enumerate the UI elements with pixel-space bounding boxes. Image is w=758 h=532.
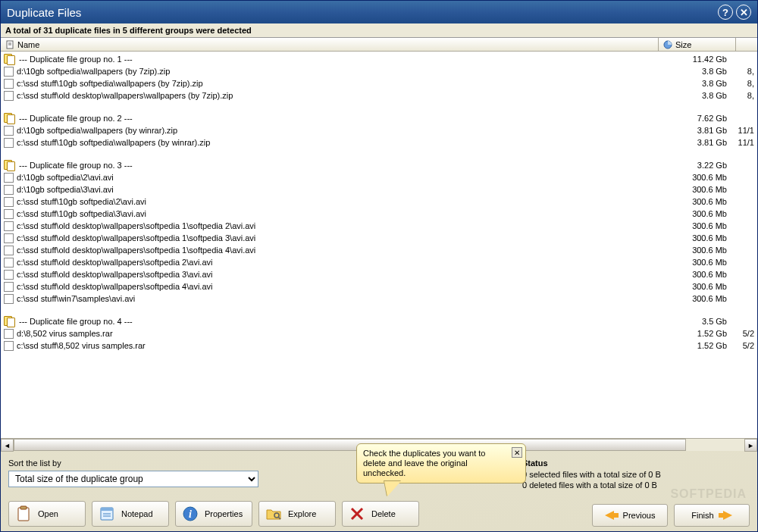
scroll-left-button[interactable]: ◄ xyxy=(1,439,14,452)
explore-button[interactable]: Explore xyxy=(258,501,336,527)
notepad-label: Notepad xyxy=(121,509,153,518)
nav-button-row: Previous Finish xyxy=(592,504,750,527)
file-row[interactable]: c:\ssd stuff\10gb softpedia\2\avi.avi300… xyxy=(1,196,757,208)
file-checkbox[interactable] xyxy=(4,341,14,351)
file-checkbox[interactable] xyxy=(4,294,14,304)
file-size: 300.6 Mb xyxy=(657,294,733,303)
file-row[interactable]: c:\ssd stuff\old desktop\wallpapers\soft… xyxy=(1,244,757,256)
svg-rect-7 xyxy=(101,508,113,511)
scroll-thumb[interactable] xyxy=(14,439,686,451)
file-extra: 8, xyxy=(733,67,754,76)
file-checkbox[interactable] xyxy=(4,221,14,231)
file-row[interactable]: c:\ssd stuff\old desktop\wallpapers\soft… xyxy=(1,280,757,293)
duplicate-group-icon xyxy=(4,113,16,124)
file-row[interactable]: c:\ssd stuff\8,502 virus samples.rar1.52… xyxy=(1,340,757,352)
group-row[interactable]: --- Duplicate file group no. 2 ---7.62 G… xyxy=(1,112,757,124)
sort-block: Sort the list by Total size of the dupli… xyxy=(8,458,266,487)
tooltip-close-button[interactable]: ✕ xyxy=(512,447,522,458)
file-row[interactable]: d:\10gb softpedia\wallpapers (by winrar)… xyxy=(1,124,757,136)
arrow-left-icon xyxy=(605,511,619,520)
file-checkbox[interactable] xyxy=(4,91,14,101)
file-size: 3.8 Gb xyxy=(657,91,733,100)
scroll-right-button[interactable]: ► xyxy=(744,439,757,452)
column-name-label: Name xyxy=(17,40,39,49)
file-checkbox[interactable] xyxy=(4,197,14,207)
pie-icon xyxy=(663,40,672,49)
file-checkbox[interactable] xyxy=(4,233,14,243)
file-path: d:\10gb softpedia\3\avi.avi xyxy=(17,185,657,194)
file-row[interactable]: d:\10gb softpedia\2\avi.avi300.6 Mb xyxy=(1,171,757,183)
file-checkbox[interactable] xyxy=(4,270,14,280)
file-row[interactable]: d:\10gb softpedia\3\avi.avi300.6 Mb xyxy=(1,183,757,196)
file-row[interactable]: d:\10gb softpedia\wallpapers (by 7zip).z… xyxy=(1,65,757,77)
file-extra: 11/1 xyxy=(733,126,754,135)
file-size: 300.6 Mb xyxy=(657,246,733,255)
delete-button[interactable]: Delete xyxy=(342,501,419,527)
column-size[interactable]: Size xyxy=(659,38,736,51)
file-row[interactable]: c:\ssd stuff\old desktop\wallpapers\wall… xyxy=(1,89,757,102)
file-row[interactable]: c:\ssd stuff\win7\samples\avi.avi300.6 M… xyxy=(1,293,757,305)
file-extra: 8, xyxy=(733,91,754,100)
delete-icon xyxy=(349,505,365,522)
file-row[interactable]: c:\ssd stuff\10gb softpedia\wallpapers (… xyxy=(1,136,757,149)
file-row[interactable]: c:\ssd stuff\old desktop\wallpapers\soft… xyxy=(1,268,757,280)
file-extra: 5/2 xyxy=(733,341,754,350)
status-line-selected: 0 selected files with a total size of 0 … xyxy=(522,469,750,480)
finish-button[interactable]: Finish xyxy=(674,504,750,527)
previous-button[interactable]: Previous xyxy=(592,504,668,527)
sort-select[interactable]: Total size of the duplicate group xyxy=(8,471,258,487)
file-size: 300.6 Mb xyxy=(657,173,733,182)
file-row[interactable]: c:\ssd stuff\old desktop\wallpapers\soft… xyxy=(1,232,757,244)
close-button[interactable]: ✕ xyxy=(736,5,751,20)
help-button[interactable]: ? xyxy=(718,5,733,20)
file-size: 11.42 Gb xyxy=(657,55,733,64)
properties-button[interactable]: i Properties xyxy=(175,501,252,527)
file-checkbox[interactable] xyxy=(4,258,14,268)
notepad-button[interactable]: Notepad xyxy=(92,501,169,527)
duplicate-group-icon xyxy=(4,160,16,171)
notepad-icon xyxy=(99,505,115,522)
column-extra[interactable] xyxy=(736,38,757,51)
finish-label: Finish xyxy=(691,511,713,520)
group-row[interactable]: --- Duplicate file group no. 1 ---11.42 … xyxy=(1,53,757,65)
file-checkbox[interactable] xyxy=(4,185,14,195)
file-checkbox[interactable] xyxy=(4,209,14,219)
file-checkbox[interactable] xyxy=(4,173,14,183)
file-row[interactable]: c:\ssd stuff\old desktop\wallpapers\soft… xyxy=(1,220,757,232)
file-row[interactable]: d:\8,502 virus samples.rar1.52 Gb5/2 xyxy=(1,327,757,340)
sort-label: Sort the list by xyxy=(8,458,266,468)
file-path: c:\ssd stuff\old desktop\wallpapers\soft… xyxy=(17,221,657,230)
file-path: c:\ssd stuff\old desktop\wallpapers\wall… xyxy=(17,91,657,100)
file-path: c:\ssd stuff\10gb softpedia\wallpapers (… xyxy=(17,79,657,88)
open-button[interactable]: Open xyxy=(8,501,86,527)
file-checkbox[interactable] xyxy=(4,79,14,89)
file-path: c:\ssd stuff\old desktop\wallpapers\soft… xyxy=(17,282,657,291)
explore-label: Explore xyxy=(288,509,316,518)
group-row[interactable]: --- Duplicate file group no. 4 ---3.5 Gb xyxy=(1,315,757,327)
file-row[interactable]: c:\ssd stuff\10gb softpedia\wallpapers (… xyxy=(1,77,757,89)
file-row[interactable]: c:\ssd stuff\10gb softpedia\3\avi.avi300… xyxy=(1,208,757,220)
status-block: Status 0 selected files with a total siz… xyxy=(522,458,750,490)
file-row[interactable]: c:\ssd stuff\old desktop\wallpapers\soft… xyxy=(1,256,757,268)
blank-row xyxy=(1,102,757,112)
blank-row xyxy=(1,149,757,159)
duplicate-group-icon xyxy=(4,54,16,64)
file-size: 3.8 Gb xyxy=(657,79,733,88)
file-path: c:\ssd stuff\10gb softpedia\2\avi.avi xyxy=(17,197,657,206)
file-checkbox[interactable] xyxy=(4,126,14,136)
file-checkbox[interactable] xyxy=(4,282,14,292)
file-size: 3.81 Gb xyxy=(657,126,733,135)
file-checkbox[interactable] xyxy=(4,246,14,255)
previous-label: Previous xyxy=(623,511,656,520)
file-size: 3.5 Gb xyxy=(657,317,733,326)
file-list[interactable]: --- Duplicate file group no. 1 ---11.42 … xyxy=(1,52,757,438)
group-row[interactable]: --- Duplicate file group no. 3 ---3.22 G… xyxy=(1,159,757,171)
file-path: c:\ssd stuff\win7\samples\avi.avi xyxy=(17,294,657,303)
open-label: Open xyxy=(38,509,58,518)
file-checkbox[interactable] xyxy=(4,138,14,148)
file-path: c:\ssd stuff\old desktop\wallpapers\soft… xyxy=(17,246,657,255)
column-name[interactable]: Name xyxy=(1,38,659,51)
file-checkbox[interactable] xyxy=(4,67,14,77)
tooltip-text: Check the duplicates you want to delete … xyxy=(363,449,485,477)
file-checkbox[interactable] xyxy=(4,329,14,339)
